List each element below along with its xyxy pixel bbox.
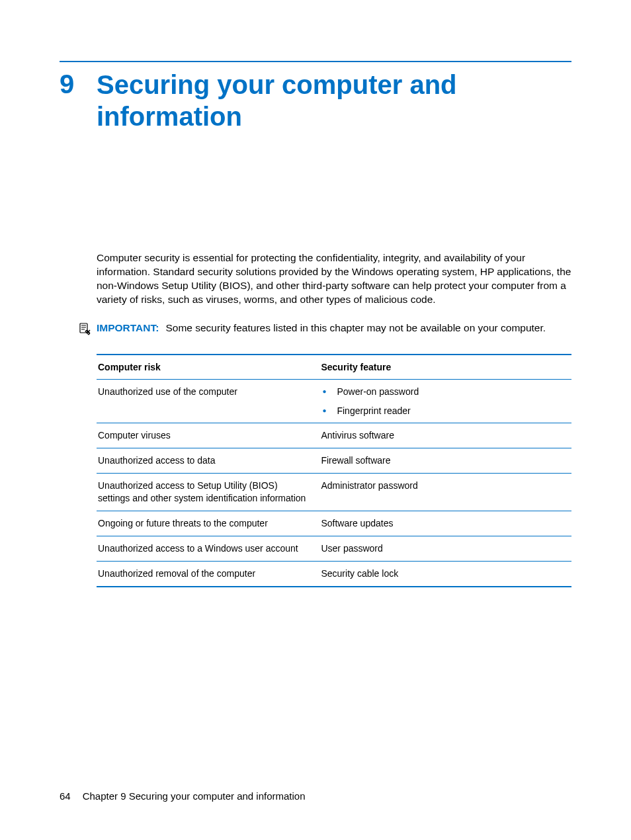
cell-risk: Unauthorized use of the computer xyxy=(97,379,319,423)
table-row: Unauthorized access to a Windows user ac… xyxy=(97,536,571,561)
note-icon xyxy=(78,322,91,335)
chapter-number: 9 xyxy=(60,69,82,99)
table-row: Unauthorized access to data Firewall sof… xyxy=(97,448,571,474)
table-row: Unauthorized use of the computer Power-o… xyxy=(97,379,571,423)
notice-body: Some security features listed in this ch… xyxy=(165,322,546,333)
page-number: 64 xyxy=(60,790,71,802)
important-notice: IMPORTANT:Some security features listed … xyxy=(78,321,571,335)
table-header-row: Computer risk Security feature xyxy=(97,355,571,380)
security-table: Computer risk Security feature Unauthori… xyxy=(97,354,571,587)
cell-feature: Software updates xyxy=(319,511,571,536)
top-rule xyxy=(60,61,571,62)
table-row: Ongoing or future threats to the compute… xyxy=(97,511,571,536)
cell-risk: Ongoing or future threats to the compute… xyxy=(97,511,319,536)
table-row: Unauthorized removal of the computer Sec… xyxy=(97,561,571,586)
page-footer: 64 Chapter 9 Securing your computer and … xyxy=(60,790,306,802)
cell-risk: Computer viruses xyxy=(97,423,319,448)
cell-feature: User password xyxy=(319,536,571,561)
table-row: Computer viruses Antivirus software xyxy=(97,423,571,448)
table-row: Unauthorized access to Setup Utility (BI… xyxy=(97,474,571,511)
feature-item: Power-on password xyxy=(321,386,570,398)
chapter-heading: 9 Securing your computer and information xyxy=(60,69,571,132)
cell-feature: Power-on password Fingerprint reader xyxy=(319,379,571,423)
cell-risk: Unauthorized access to data xyxy=(97,448,319,474)
cell-risk: Unauthorized removal of the computer xyxy=(97,561,319,586)
cell-risk: Unauthorized access to a Windows user ac… xyxy=(97,536,319,561)
notice-text: IMPORTANT:Some security features listed … xyxy=(97,321,546,335)
cell-risk: Unauthorized access to Setup Utility (BI… xyxy=(97,474,319,511)
cell-feature: Firewall software xyxy=(319,448,571,474)
header-feature: Security feature xyxy=(319,355,571,380)
header-risk: Computer risk xyxy=(97,355,319,380)
intro-paragraph: Computer security is essential for prote… xyxy=(97,251,571,307)
notice-label: IMPORTANT: xyxy=(97,322,159,333)
chapter-title: Securing your computer and information xyxy=(97,69,571,132)
feature-item: Fingerprint reader xyxy=(321,405,570,417)
cell-feature: Antivirus software xyxy=(319,423,571,448)
footer-chapter-ref: Chapter 9 Securing your computer and inf… xyxy=(83,790,306,802)
cell-feature: Security cable lock xyxy=(319,561,571,586)
cell-feature: Administrator password xyxy=(319,474,571,511)
